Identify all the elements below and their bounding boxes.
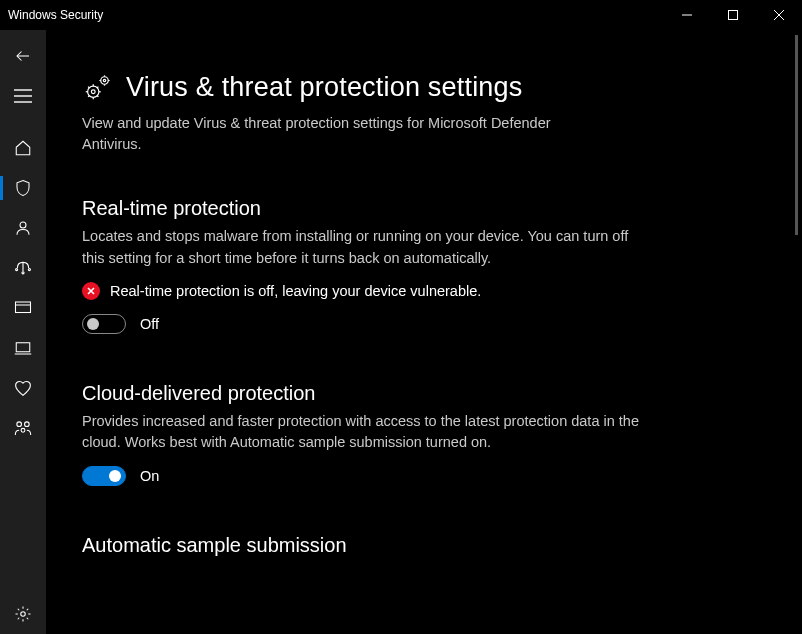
cloud-toggle-row: On: [82, 466, 642, 486]
sidebar-item-virus-threat[interactable]: [0, 168, 46, 208]
maximize-button[interactable]: [710, 0, 756, 30]
realtime-toggle-row: Off: [82, 314, 642, 334]
minimize-button[interactable]: [664, 0, 710, 30]
realtime-warning: Real-time protection is off, leaving you…: [82, 282, 642, 300]
svg-point-22: [91, 89, 95, 93]
cloud-title: Cloud-delivered protection: [82, 382, 642, 405]
realtime-toggle-label: Off: [140, 316, 159, 332]
svg-line-28: [97, 95, 98, 96]
page-title: Virus & threat protection settings: [126, 72, 523, 103]
svg-point-10: [16, 269, 18, 271]
sidebar-item-firewall[interactable]: [0, 248, 46, 288]
svg-point-19: [21, 428, 25, 432]
scrollbar[interactable]: [794, 30, 800, 634]
sidebar-item-device-performance[interactable]: [0, 368, 46, 408]
svg-point-18: [25, 422, 30, 427]
auto-sample-title: Automatic sample submission: [82, 534, 642, 557]
svg-rect-15: [16, 343, 30, 352]
svg-point-11: [28, 269, 30, 271]
svg-line-27: [88, 86, 89, 87]
svg-point-12: [22, 272, 24, 274]
section-cloud-protection: Cloud-delivered protection Provides incr…: [82, 382, 642, 487]
svg-line-30: [88, 95, 89, 96]
realtime-toggle[interactable]: [82, 314, 126, 334]
cloud-desc: Provides increased and faster protection…: [82, 411, 642, 455]
window-controls: [664, 0, 802, 30]
sidebar-item-family[interactable]: [0, 408, 46, 448]
gears-icon: [82, 73, 112, 103]
page-header: Virus & threat protection settings: [82, 72, 754, 103]
sidebar-item-account[interactable]: [0, 208, 46, 248]
sidebar-item-settings[interactable]: [0, 594, 46, 634]
svg-rect-13: [16, 302, 31, 313]
page-subtitle: View and update Virus & threat protectio…: [82, 113, 562, 155]
svg-point-8: [20, 222, 26, 228]
content-scroll[interactable]: Virus & threat protection settings View …: [46, 30, 794, 634]
realtime-desc: Locates and stops malware from installin…: [82, 226, 642, 270]
app-title: Windows Security: [8, 8, 664, 22]
windows-security-window: Windows Security: [0, 0, 802, 634]
content-wrap: Virus & threat protection settings View …: [46, 30, 802, 634]
error-icon: [82, 282, 100, 300]
sidebar-item-app-browser[interactable]: [0, 288, 46, 328]
svg-point-31: [101, 76, 109, 84]
realtime-warning-text: Real-time protection is off, leaving you…: [110, 283, 481, 299]
cloud-toggle[interactable]: [82, 466, 126, 486]
svg-point-17: [17, 422, 22, 427]
cloud-toggle-label: On: [140, 468, 159, 484]
sidebar-item-home[interactable]: [0, 128, 46, 168]
back-button[interactable]: [0, 36, 46, 76]
close-button[interactable]: [756, 0, 802, 30]
titlebar: Windows Security: [0, 0, 802, 30]
svg-point-32: [103, 79, 105, 81]
sidebar: [0, 30, 46, 634]
section-auto-sample: Automatic sample submission: [82, 534, 642, 557]
menu-button[interactable]: [0, 76, 46, 116]
svg-line-29: [97, 86, 98, 87]
window-body: Virus & threat protection settings View …: [0, 30, 802, 634]
svg-rect-1: [729, 11, 738, 20]
realtime-title: Real-time protection: [82, 197, 642, 220]
sidebar-item-device-security[interactable]: [0, 328, 46, 368]
svg-point-20: [21, 612, 26, 617]
section-realtime-protection: Real-time protection Locates and stops m…: [82, 197, 642, 334]
scrollbar-thumb[interactable]: [795, 35, 798, 235]
